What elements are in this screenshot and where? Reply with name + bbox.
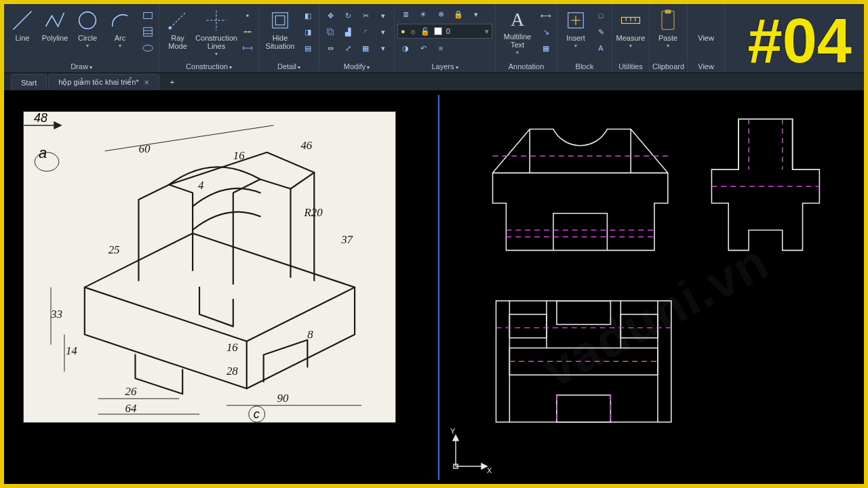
tab-start[interactable]: Start	[11, 74, 47, 90]
detail-misc3-icon[interactable]: ▤	[300, 41, 316, 56]
multiline-text-button[interactable]: A Multiline Text▾	[498, 7, 536, 56]
misc-mod2-icon[interactable]: ▾	[375, 24, 391, 39]
measure-button[interactable]: Measure▾	[615, 7, 646, 56]
hatch-icon[interactable]	[140, 24, 156, 39]
trim-icon[interactable]: ✂	[357, 8, 374, 23]
stretch-icon[interactable]: ⇔	[322, 41, 338, 56]
tab-add[interactable]: +	[161, 74, 184, 90]
block-attr-icon[interactable]: A	[593, 41, 609, 56]
panel-construction: Ray Mode Construction Lines▾ Constructio…	[159, 4, 259, 73]
misc-mod3-icon[interactable]: ▾	[375, 41, 391, 56]
point-icon[interactable]	[239, 8, 256, 23]
line-icon	[10, 8, 35, 33]
panel-title-detail: Detail▾	[262, 61, 316, 73]
dim-25: 25	[108, 243, 120, 256]
hide-situation-button[interactable]: Hide Situation	[262, 7, 298, 56]
dim-33: 33	[50, 308, 62, 321]
ray-icon	[165, 8, 190, 33]
layer-on-icon[interactable]: ☀	[415, 7, 431, 22]
svg-line-0	[14, 12, 32, 30]
layer-lock-icon[interactable]: 🔒	[450, 7, 467, 22]
reference-image-card: 48 a	[23, 111, 396, 423]
move-icon[interactable]: ✥	[322, 8, 338, 23]
cad-drawing	[442, 95, 860, 480]
panel-title-construction: Construction▾	[162, 61, 256, 73]
scale-icon[interactable]: ⤢	[340, 41, 356, 56]
side-view	[711, 119, 819, 251]
svg-point-14	[248, 31, 250, 33]
block-create-icon[interactable]: □	[593, 8, 609, 23]
detail-misc1-icon[interactable]: ◧	[300, 8, 316, 23]
left-viewport[interactable]: 48 a	[8, 95, 435, 480]
svg-point-6	[143, 45, 153, 52]
panel-title-annotation: Annotation	[498, 61, 554, 73]
ray-mode-button[interactable]: Ray Mode	[162, 7, 193, 56]
text-icon: A	[505, 8, 530, 31]
view-button[interactable]: View	[690, 7, 722, 56]
svg-rect-3	[144, 28, 153, 37]
layer-freeze-icon[interactable]: ❄	[433, 7, 449, 22]
panel-detail: Hide Situation ◧ ◨ ▤ Detail▾	[259, 4, 319, 73]
dimension-icon[interactable]: ⟷	[538, 8, 554, 23]
svg-rect-47	[557, 395, 610, 422]
svg-marker-61	[453, 435, 458, 441]
layer-match-icon[interactable]: ≡	[433, 41, 449, 56]
divide-icon[interactable]	[239, 24, 256, 39]
dim-48: 48	[34, 112, 47, 125]
reference-isometric-drawing: 48 a	[24, 112, 395, 422]
clipboard-icon	[656, 8, 680, 33]
polyline-button[interactable]: Polyline	[39, 7, 71, 56]
fillet-icon[interactable]: ◜	[357, 24, 374, 39]
rectangle-icon[interactable]	[140, 8, 156, 23]
dim-r20: R20	[303, 206, 323, 219]
leader-icon[interactable]: ↘	[538, 24, 554, 39]
panel-title-layers: Layers▾	[397, 61, 492, 73]
copy-icon[interactable]: ⿻	[322, 24, 338, 39]
circle-button[interactable]: Circle▾	[72, 7, 103, 56]
insert-button[interactable]: Insert▾	[560, 7, 591, 56]
svg-rect-45	[557, 301, 610, 325]
rotate-icon[interactable]: ↻	[340, 8, 356, 23]
right-viewport[interactable]: vaduni.vn	[442, 95, 860, 480]
circle-icon	[75, 8, 100, 33]
misc-mod-icon[interactable]: ▾	[375, 8, 391, 23]
ruler-icon	[618, 8, 643, 33]
construction-lines-button[interactable]: Construction Lines▾	[195, 7, 238, 56]
tab-document[interactable]: hộp giảm tốc khai triển* ×	[48, 74, 159, 90]
measure-tool-icon[interactable]	[239, 41, 256, 56]
array-icon[interactable]: ▦	[357, 41, 374, 56]
layer-combobox[interactable]: ● ☼ 🔓 0 ▾	[397, 24, 492, 39]
viewport-divider[interactable]	[435, 95, 442, 480]
svg-point-13	[245, 31, 247, 33]
layer-props-icon[interactable]: ≣	[397, 7, 414, 22]
workspace-split: 48 a	[8, 95, 860, 480]
table-icon[interactable]: ▦	[538, 41, 554, 56]
dim-26: 26	[125, 385, 137, 398]
ellipse-icon[interactable]	[140, 41, 156, 56]
panel-view: View View	[688, 4, 725, 73]
panel-block: Insert▾ □ ✎ A Block	[557, 4, 612, 73]
panel-clipboard: Paste▾ Clipboard	[650, 4, 688, 73]
panel-annotation: A Multiline Text▾ ⟷ ↘ ▦ Annotation	[496, 4, 557, 73]
label-c: c	[254, 407, 260, 421]
dim-90: 90	[277, 392, 289, 405]
mirror-icon[interactable]: ▟	[340, 24, 356, 39]
arc-icon	[108, 8, 132, 33]
svg-point-8	[169, 26, 172, 30]
layer-prev-icon[interactable]: ↶	[415, 41, 431, 56]
arc-button[interactable]: Arc▾	[104, 7, 136, 56]
paste-button[interactable]: Paste▾	[652, 7, 684, 56]
view-icon	[694, 8, 718, 33]
block-edit-icon[interactable]: ✎	[593, 24, 609, 39]
dim-4: 4	[198, 180, 204, 192]
panel-title-draw: Draw▾	[7, 61, 156, 73]
detail-misc2-icon[interactable]: ◨	[300, 24, 316, 39]
layer-misc-icon[interactable]: ▾	[468, 7, 484, 22]
document-tabbar: Start hộp giảm tốc khai triển* × +	[4, 73, 864, 91]
layer-color-swatch	[434, 27, 442, 35]
close-icon[interactable]: ×	[144, 79, 149, 87]
line-button[interactable]: Line	[7, 7, 38, 56]
svg-marker-63	[481, 464, 487, 469]
layer-iso-icon[interactable]: ◑	[397, 41, 414, 56]
panel-title-view: View	[690, 61, 722, 73]
